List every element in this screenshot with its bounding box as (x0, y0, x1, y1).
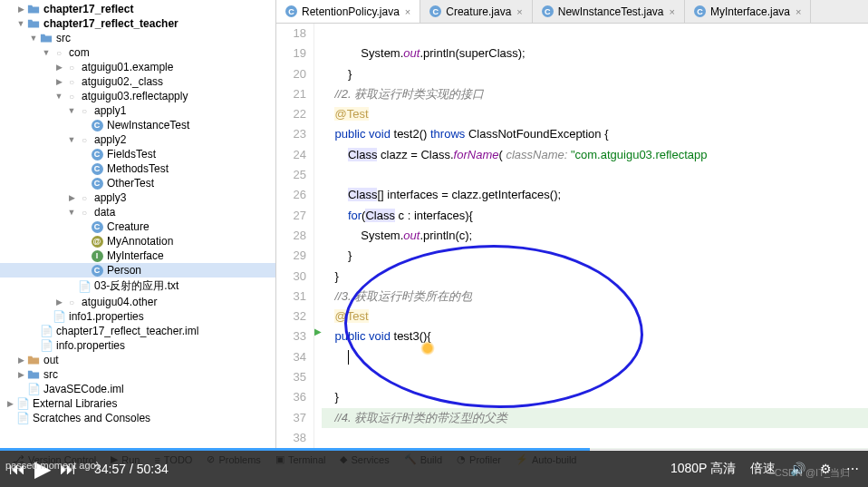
tree-item-atguigu04-other[interactable]: ▶○atguigu04.other (0, 295, 275, 309)
pkg-icon: ○ (65, 296, 78, 308)
tree-label: 03-反射的应用.txt (94, 278, 178, 294)
close-icon[interactable]: × (670, 6, 675, 17)
tree-item-apply1[interactable]: ▼○apply1 (0, 103, 275, 118)
props-icon: 📄 (53, 310, 65, 323)
cls-icon: C (91, 264, 103, 277)
tree-label: atguigu01.example (82, 61, 173, 73)
tree-label: com (69, 46, 90, 59)
tree-item-out[interactable]: ▶out (0, 353, 275, 367)
quality-label[interactable]: 1080P 高清 (670, 461, 736, 477)
tree-label: info1.properties (69, 310, 144, 323)
tree-label: out (43, 354, 59, 366)
iml-icon: 📄 (40, 325, 53, 337)
tree-item-atguigu02--class[interactable]: ▶○atguigu02._class (0, 74, 275, 89)
cls-icon: C (91, 119, 103, 131)
video-controls[interactable]: ⏮ ▶ ⏭ 34:57 / 50:34 1080P 高清 倍速 🔊 ⚙ ⋯ CS… (0, 451, 868, 487)
tree-item-src[interactable]: ▼src (0, 31, 275, 45)
tree-item-newinstancetest[interactable]: CNewInstanceTest (0, 118, 275, 132)
pkg-icon: ○ (65, 75, 78, 88)
cls-icon: C (91, 162, 103, 175)
tree-label: src (43, 368, 58, 381)
folder-icon (27, 17, 40, 30)
tree-label: Scratches and Consoles (33, 412, 150, 424)
tree-label: MethodsTest (107, 162, 169, 175)
txt-icon: 📄 (78, 280, 91, 293)
tree-item-03-------txt[interactable]: 📄03-反射的应用.txt (0, 278, 275, 295)
scratch-icon: 📄 (16, 412, 29, 424)
tree-item-data[interactable]: ▼○data (0, 205, 275, 219)
video-time: 34:57 / 50:34 (94, 462, 169, 476)
tree-label: External Libraries (33, 397, 117, 410)
pkg-icon: ○ (78, 104, 91, 117)
lib-icon: 📄 (16, 397, 29, 410)
tab-newinstancetest[interactable]: CNewInstanceTest.java× (533, 0, 685, 23)
tree-item-src[interactable]: ▶src (0, 367, 275, 382)
cls-icon: C (91, 148, 103, 161)
iml-icon: 📄 (27, 383, 40, 395)
tree-item-myannotation[interactable]: @MyAnnotation (0, 234, 275, 248)
status-text: passed moment ago) (5, 460, 99, 471)
tab-myinterface[interactable]: CMyInterface.java× (685, 0, 811, 23)
tree-item-javasecode-iml[interactable]: 📄JavaSECode.iml (0, 382, 275, 396)
tree-label: Person (107, 264, 141, 277)
close-icon[interactable]: × (405, 6, 410, 17)
tree-item-atguigu01-example[interactable]: ▶○atguigu01.example (0, 60, 275, 74)
speed-label[interactable]: 倍速 (750, 461, 776, 477)
tree-label: src (56, 32, 71, 44)
run-gutter-icon[interactable]: ▶ (314, 326, 322, 336)
close-icon[interactable]: × (796, 6, 801, 17)
tree-item-methodstest[interactable]: CMethodsTest (0, 161, 275, 176)
folder-icon (27, 3, 40, 15)
src-icon (27, 368, 40, 381)
editor-tabs: CRetentionPolicy.java×CCreature.java×CNe… (276, 0, 868, 24)
cls-icon: C (91, 220, 103, 233)
tree-item-person[interactable]: CPerson (0, 263, 275, 278)
pkg-icon: ○ (65, 61, 78, 73)
tree-item-othertest[interactable]: COtherTest (0, 176, 275, 190)
tree-label: apply1 (94, 104, 126, 117)
cls-icon: C (91, 177, 103, 190)
tab-retentionpolicy[interactable]: CRetentionPolicy.java× (276, 0, 420, 23)
tree-label: OtherTest (107, 177, 154, 190)
text-cursor (348, 350, 349, 365)
tree-label: FieldsTest (107, 148, 156, 161)
tree-item-atguigu03-reflectapply[interactable]: ▼○atguigu03.reflectapply (0, 89, 275, 103)
tree-label: data (94, 206, 115, 219)
tree-label: NewInstanceTest (107, 119, 189, 131)
tree-item-myinterface[interactable]: IMyInterface (0, 248, 275, 263)
tree-item-info1-properties[interactable]: 📄info1.properties (0, 309, 275, 324)
tree-item-apply2[interactable]: ▼○apply2 (0, 132, 275, 147)
annot-icon: @ (91, 235, 103, 248)
tree-label: JavaSECode.iml (43, 383, 124, 395)
tree-label: chapter17_reflect_teacher (43, 17, 178, 30)
tree-label: atguigu04.other (82, 296, 157, 308)
tree-item-com[interactable]: ▼○com (0, 45, 275, 60)
project-tree[interactable]: ▶chapter17_reflect▼chapter17_reflect_tea… (0, 0, 276, 449)
pkg-icon: ○ (65, 90, 78, 102)
tab-creature[interactable]: CCreature.java× (420, 0, 532, 23)
tree-item-chapter17-reflect-teacher[interactable]: ▼chapter17_reflect_teacher (0, 16, 275, 31)
tree-label: atguigu02._class (82, 75, 163, 88)
watermark: CSDN @IT_当归 (775, 466, 850, 480)
pkg-icon: ○ (78, 206, 91, 219)
code-editor[interactable]: System.out.println(superClass); } //2. 获… (314, 24, 868, 449)
tree-label: info.properties (56, 339, 125, 352)
close-icon[interactable]: × (516, 6, 522, 17)
tree-item-fieldstest[interactable]: CFieldsTest (0, 147, 275, 161)
tree-label: apply2 (94, 133, 126, 146)
tree-item-creature[interactable]: CCreature (0, 219, 275, 234)
tree-label: atguigu03.reflectapply (82, 90, 188, 102)
tree-item-chapter17-reflect[interactable]: ▶chapter17_reflect (0, 2, 275, 16)
tree-label: MyAnnotation (107, 235, 173, 248)
pkg-icon: ○ (53, 46, 65, 59)
iface-icon: I (91, 249, 103, 262)
tree-item-chapter17-reflect-teacher-iml[interactable]: 📄chapter17_reflect_teacher.iml (0, 324, 275, 338)
tree-item-scratches-and-consoles[interactable]: 📄Scratches and Consoles (0, 411, 275, 425)
tree-item-info-properties[interactable]: 📄info.properties (0, 338, 275, 353)
tree-item-apply3[interactable]: ▶○apply3 (0, 190, 275, 205)
folder-o-icon (27, 354, 40, 366)
tree-label: MyInterface (107, 249, 164, 262)
props-icon: 📄 (40, 339, 53, 352)
tree-label: chapter17_reflect_teacher.iml (56, 325, 198, 337)
tree-item-external-libraries[interactable]: ▶📄External Libraries (0, 396, 275, 411)
